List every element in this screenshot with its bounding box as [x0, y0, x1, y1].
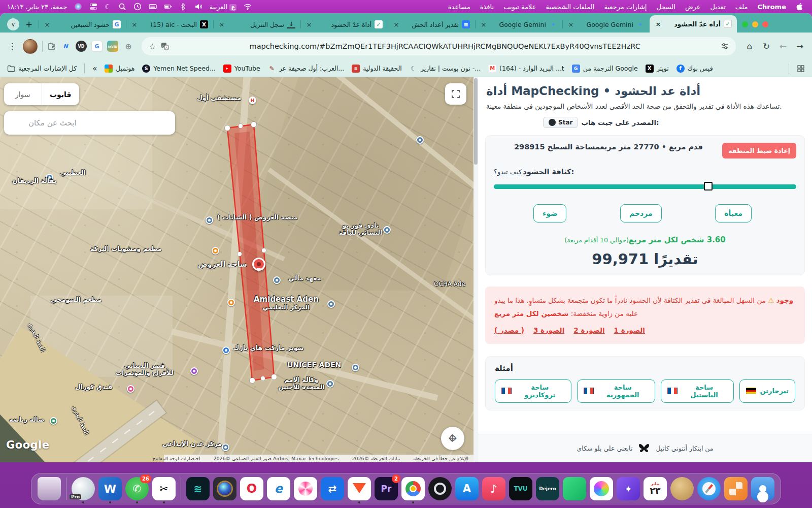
school-pin[interactable] — [273, 276, 281, 284]
place-pin[interactable] — [206, 216, 213, 224]
github-star-button[interactable]: Star — [543, 117, 578, 128]
menu-file[interactable]: ملف — [735, 3, 748, 11]
example-trocadero-button[interactable]: ساحة تروكاديرو — [495, 379, 571, 403]
photo-1-link[interactable]: الصورة 1 — [614, 324, 645, 337]
calendar-icon[interactable]: يناير ٢٣ — [644, 477, 667, 500]
bookmark-hotmail[interactable]: هوتميل — [105, 65, 134, 73]
wifi-icon[interactable] — [244, 3, 252, 11]
scrollbar-thumb[interactable] — [474, 78, 478, 165]
tab-crowd-estimate[interactable]: × تقدير أعداد الحش ≡ — [388, 16, 475, 33]
tab-x-search[interactable]: × (15) aic - البحث X — [126, 16, 213, 33]
bookmarks-overflow-chevron[interactable]: « — [92, 64, 97, 73]
input-source-item[interactable]: ع العربية — [210, 3, 236, 11]
microsoft-word-icon[interactable]: W — [98, 477, 122, 500]
tvu-icon[interactable]: TVU — [509, 477, 532, 500]
density-slider[interactable] — [494, 182, 796, 191]
clock-status-icon[interactable] — [133, 3, 142, 11]
bluesky-follow-link[interactable]: تابعني على بلو سكاي — [577, 444, 632, 452]
bookmark-alarab[interactable]: ✎ العرب: أول صحيفة عر... — [268, 65, 344, 73]
contacts-icon[interactable] — [751, 477, 774, 500]
spotlight-icon[interactable] — [118, 3, 126, 11]
map-canvas[interactable]: مستشفى أول العطيبي يقالة الرديفان منصة ا… — [0, 77, 473, 462]
tab-close-icon[interactable]: × — [567, 21, 574, 28]
slider-handle[interactable] — [704, 182, 713, 190]
bookmark-yemen-net[interactable]: S Yemen Net Speed... — [142, 65, 215, 73]
pan-control[interactable]: ↔↔ — [441, 427, 464, 450]
app-store-icon[interactable]: A — [455, 477, 479, 500]
tab-close-icon[interactable]: × — [44, 21, 51, 28]
bluetooth-icon[interactable] — [179, 3, 187, 11]
supermarket-pin[interactable] — [222, 346, 230, 354]
fullscreen-button[interactable] — [445, 83, 466, 105]
bookmark-alhaqiqa[interactable]: ≡ الحقيقة الدولية — [352, 65, 402, 73]
place-pin[interactable] — [383, 226, 391, 234]
apple-logo-icon[interactable] — [796, 3, 804, 11]
map-search-input[interactable] — [4, 111, 175, 135]
menu-tab[interactable]: علامة تبويب — [503, 3, 536, 11]
extension-vd-icon[interactable]: VD — [76, 41, 87, 52]
omnibox[interactable]: ☆ عA mapchecking.com/#bZmZmQEr1TEF3HjRCA… — [142, 37, 736, 55]
volume-icon[interactable] — [194, 3, 202, 11]
purple-app-icon[interactable]: ✦ — [617, 477, 640, 500]
trash-icon[interactable] — [38, 477, 61, 500]
preset-crowded-button[interactable]: مزدحم — [620, 204, 662, 223]
green-screen-app-icon[interactable] — [563, 477, 586, 500]
tab-close-icon[interactable]: × — [218, 21, 225, 28]
menu-view[interactable]: عرض — [685, 3, 701, 11]
minimize-window-button[interactable] — [742, 21, 748, 27]
translate-page-icon[interactable]: عA — [161, 42, 169, 50]
tab-gemini-1[interactable]: × Google Gemini ✦ — [475, 16, 562, 33]
focus-moon-icon[interactable]: ☾ — [105, 3, 111, 11]
siri-icon[interactable] — [74, 3, 82, 11]
place-pin[interactable] — [326, 380, 334, 388]
zoom-window-button[interactable] — [752, 21, 758, 27]
site-settings-tune-icon[interactable] — [721, 42, 729, 50]
bookmark-noonpost[interactable]: ☾ نون بوست | تقارير -... — [410, 65, 481, 73]
map-toggle-button[interactable]: قابوب — [42, 83, 80, 105]
menu-edit[interactable]: تعديل — [710, 3, 726, 11]
extension-translate-icon[interactable]: G — [91, 41, 103, 52]
chrome-menu-kebab-icon[interactable]: ⋮ — [6, 41, 18, 51]
tab-close-icon[interactable]: × — [480, 21, 487, 28]
restaurant-pin[interactable] — [227, 299, 235, 306]
tab-close-icon[interactable]: × — [655, 20, 662, 28]
tab-mapchecking-active[interactable]: × أداة عدّ الحشود ✓ — [650, 15, 737, 33]
capcut-icon[interactable]: ✂ — [152, 477, 176, 500]
place-pin[interactable] — [416, 136, 424, 144]
menu-profiles[interactable]: الملفات الشخصية — [546, 3, 594, 11]
selected-place-pin[interactable] — [252, 258, 265, 271]
photo-2-link[interactable]: الصورة 2 — [573, 324, 604, 337]
bookmark-star-icon[interactable]: ☆ — [149, 42, 156, 51]
launchpad-icon[interactable] — [724, 477, 748, 500]
opera-icon[interactable]: O — [240, 477, 263, 500]
keyboard-shortcuts-link[interactable]: اختصارات لوحة المفاتيح — [153, 456, 200, 461]
bookmark-twitter[interactable]: X تويتر — [646, 65, 669, 73]
example-bastille-button[interactable]: ساحة الباستيل — [661, 379, 734, 403]
bookmark-gmail-inbox[interactable]: M (164) - البريد الوارد ...t — [488, 65, 564, 73]
tab-mapchecking-1[interactable]: × أداة عدّ الحشود ✓ — [300, 16, 388, 33]
apple-music-icon[interactable]: ♪ — [482, 477, 505, 500]
tab-close-icon[interactable]: × — [393, 21, 400, 28]
slider-track[interactable] — [494, 184, 796, 189]
event-hall-pin[interactable] — [190, 367, 198, 375]
map-type-toggle[interactable]: سوار قابوب — [4, 83, 79, 105]
crowd-selection-polygon[interactable] — [0, 77, 473, 462]
microsoft-edge-icon[interactable]: e — [267, 477, 290, 500]
filmora-wave-icon[interactable]: ≋ — [186, 477, 210, 500]
school-pin[interactable] — [327, 300, 335, 308]
hotel-pin[interactable] — [127, 385, 134, 393]
safari-icon[interactable] — [697, 477, 721, 500]
menu-history[interactable]: السجل — [656, 3, 675, 11]
example-tiergarten-button[interactable]: تيرجارتن — [739, 379, 795, 403]
example-republique-button[interactable]: ساحة الجمهورية — [577, 379, 655, 403]
tab-close-icon[interactable]: × — [306, 21, 313, 28]
restaurant-pin[interactable] — [212, 247, 219, 255]
gym-pin[interactable] — [50, 417, 57, 425]
google-earth-pro-icon[interactable]: Pro — [72, 477, 95, 500]
photos-icon[interactable] — [590, 477, 613, 500]
whatsapp-icon[interactable]: ✆ 26 — [125, 477, 149, 500]
gold-disk-icon[interactable] — [670, 477, 694, 500]
reload-button[interactable]: ↻ — [760, 41, 772, 51]
battery-icon[interactable] — [164, 3, 172, 11]
close-window-button[interactable] — [762, 21, 768, 27]
